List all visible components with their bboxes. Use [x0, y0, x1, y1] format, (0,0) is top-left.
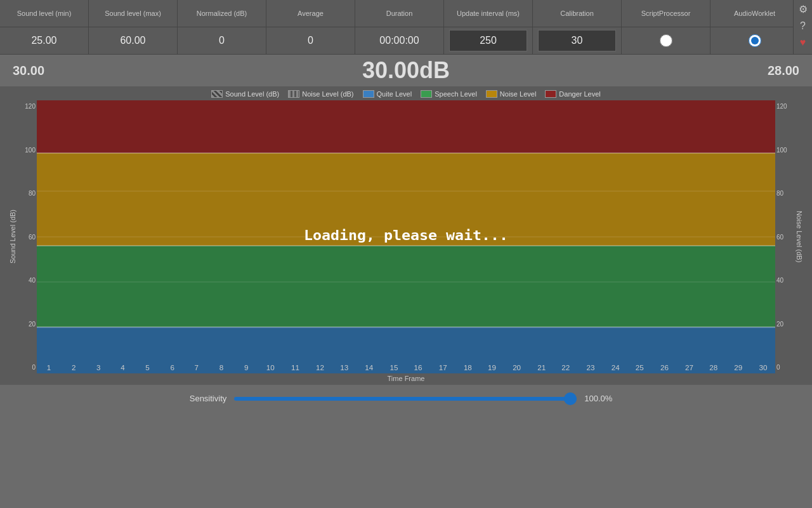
sound-level-max-label: Sound level (max): [89, 0, 178, 27]
normalized-label: Normalized (dB): [178, 0, 266, 27]
average-label: Average: [266, 0, 355, 27]
svg-text:25: 25: [636, 364, 644, 371]
sound-level-min-label: Sound level (min): [0, 0, 89, 27]
sound-level-max-value: 60.00: [89, 27, 178, 55]
y-tick-right-100: 100: [776, 147, 792, 154]
legend-noise-level-db: Noise Level (dB): [288, 90, 353, 98]
y-tick-right-20: 20: [776, 321, 792, 328]
svg-text:29: 29: [734, 364, 742, 371]
calibration-label: Calibration: [533, 0, 622, 27]
svg-text:2: 2: [72, 364, 75, 371]
controls-panel: Sound level (min) Sound level (max) Norm…: [0, 0, 793, 54]
audio-worklet-label: AudioWorklet: [710, 0, 799, 27]
danger-level-legend-icon: [545, 90, 556, 98]
main-display: 30.00 30.00dB 28.00: [0, 55, 812, 86]
y-ticks-left: 0 20 40 60 80 100 120: [19, 100, 37, 373]
svg-text:5: 5: [145, 364, 149, 371]
svg-text:23: 23: [587, 364, 595, 371]
svg-text:17: 17: [439, 364, 447, 371]
y-tick-right-120: 120: [776, 103, 792, 110]
y-tick-100: 100: [20, 147, 36, 154]
svg-text:30: 30: [759, 364, 767, 371]
svg-text:18: 18: [464, 364, 472, 371]
svg-text:20: 20: [513, 364, 521, 371]
y-axis-left-label: Sound Level (dB): [6, 100, 19, 373]
audio-worklet-radio-cell: [710, 27, 799, 55]
audio-worklet-radio[interactable]: [749, 34, 761, 47]
update-interval-input[interactable]: [449, 30, 527, 51]
svg-text:22: 22: [561, 364, 570, 371]
left-db-value: 30.00: [13, 64, 44, 78]
legend-danger-level: Danger Level: [545, 90, 600, 98]
y-axis-right-label: Noise Level (dB): [793, 100, 806, 373]
y-tick-40: 40: [20, 277, 36, 284]
duration-label: Duration: [355, 0, 444, 27]
svg-text:11: 11: [291, 364, 299, 371]
settings-icon[interactable]: ⚙: [799, 3, 808, 15]
svg-text:9: 9: [244, 364, 248, 371]
script-processor-radio[interactable]: [660, 34, 672, 47]
danger-zone: [37, 100, 775, 153]
sound-level-legend-icon: [211, 90, 223, 98]
legend-danger-level-label: Danger Level: [559, 90, 600, 98]
legend-speech-level-label: Speech Level: [435, 90, 477, 98]
svg-text:16: 16: [414, 364, 422, 371]
legend-sound-level-label: Sound Level (dB): [225, 90, 279, 98]
duration-value: 00:00:00: [355, 27, 444, 55]
svg-text:26: 26: [660, 364, 669, 371]
sound-level-min-value: 25.00: [0, 27, 89, 55]
y-tick-120: 120: [20, 103, 36, 110]
svg-text:28: 28: [709, 364, 717, 371]
legend-speech-level: Speech Level: [421, 90, 477, 98]
y-tick-20: 20: [20, 321, 36, 328]
chart-svg-container: Loading, please wait... 1 2 3 4 5 6 7 8 …: [37, 100, 775, 373]
calibration-input[interactable]: [538, 30, 616, 51]
svg-text:1: 1: [47, 364, 51, 371]
svg-text:7: 7: [195, 364, 199, 371]
legend-quite-level-label: Quite Level: [377, 90, 412, 98]
svg-text:21: 21: [537, 364, 546, 371]
sensitivity-slider[interactable]: [234, 397, 577, 401]
heart-icon[interactable]: ♥: [800, 37, 806, 48]
quite-level-legend-icon: [363, 90, 374, 98]
legend-noise-level-label: Noise Level: [500, 90, 536, 98]
y-ticks-right: 0 20 40 60 80 100 120: [775, 100, 793, 373]
update-interval-label: Update interval (ms): [444, 0, 533, 27]
legend-noise-level: Noise Level: [486, 90, 536, 98]
speech-level-legend-icon: [421, 90, 432, 98]
svg-text:3: 3: [96, 364, 100, 371]
main-chart: Loading, please wait... 1 2 3 4 5 6 7 8 …: [37, 100, 775, 373]
svg-text:24: 24: [612, 364, 620, 371]
x-axis-label: Time Frame: [6, 373, 806, 385]
help-icon[interactable]: ?: [800, 20, 806, 32]
side-icons-panel: ⚙ ? ♥: [793, 0, 812, 54]
svg-text:15: 15: [390, 364, 398, 371]
update-interval-input-cell: [444, 27, 533, 55]
legend-noise-level-db-label: Noise Level (dB): [302, 90, 353, 98]
svg-text:10: 10: [266, 364, 275, 371]
script-processor-label: ScriptProcessor: [622, 0, 710, 27]
center-db-value: 30.00dB: [362, 57, 450, 84]
legend-sound-level: Sound Level (dB): [211, 90, 279, 98]
values-row: 25.00 60.00 0 0 00:00:00: [0, 27, 793, 55]
speech-zone: [37, 246, 775, 327]
y-tick-right-60: 60: [776, 234, 792, 241]
labels-row: Sound level (min) Sound level (max) Norm…: [0, 0, 793, 27]
svg-text:6: 6: [171, 364, 174, 371]
legend-quite-level: Quite Level: [363, 90, 412, 98]
right-db-value: 28.00: [768, 64, 799, 78]
sensitivity-value: 100.0%: [584, 394, 622, 403]
noise-level-db-legend-icon: [288, 90, 299, 98]
sensitivity-label: Sensitivity: [190, 394, 227, 403]
script-processor-radio-cell: [622, 27, 710, 55]
sensitivity-row: Sensitivity 100.0%: [0, 385, 812, 403]
average-value: 0: [266, 27, 355, 55]
y-tick-60: 60: [20, 234, 36, 241]
calibration-input-cell: [533, 27, 622, 55]
y-tick-right-80: 80: [776, 190, 792, 197]
chart-legend: Sound Level (dB) Noise Level (dB) Quite …: [6, 86, 806, 100]
y-tick-right-0: 0: [776, 364, 792, 371]
y-tick-right-40: 40: [776, 277, 792, 284]
normalized-value: 0: [178, 27, 266, 55]
chart-area: Sound Level (dB) Noise Level (dB) Quite …: [0, 86, 812, 385]
